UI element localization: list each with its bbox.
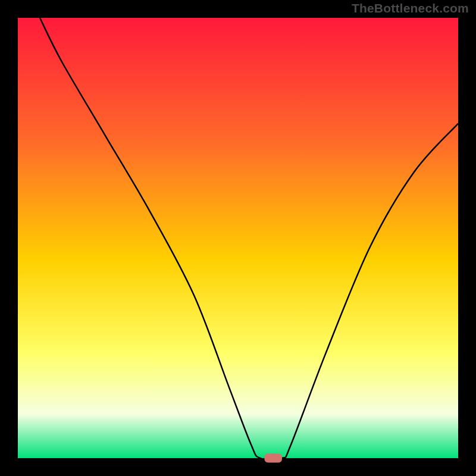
optimal-marker <box>264 454 282 463</box>
bottleneck-chart: TheBottleneck.com <box>0 0 476 476</box>
plot-area <box>18 18 458 458</box>
chart-svg <box>0 0 476 476</box>
watermark-text: TheBottleneck.com <box>352 1 469 15</box>
